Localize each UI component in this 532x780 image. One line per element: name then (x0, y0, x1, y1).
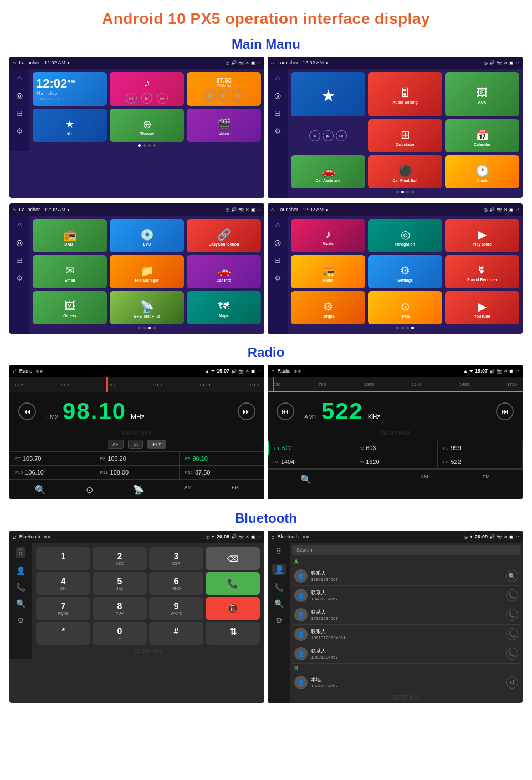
bt-nav-search[interactable]: 🔍 (16, 599, 25, 608)
key-5[interactable]: 5 JKL (93, 572, 147, 595)
key-6[interactable]: 6 MNO (149, 572, 203, 595)
nav-settings-1[interactable]: ⚙ (16, 126, 23, 135)
preset-p11[interactable]: P11 108.00 (94, 466, 179, 480)
contact-action-2[interactable]: 📞 (506, 589, 518, 601)
key-2[interactable]: 2 ABC (93, 547, 147, 570)
contact-action-1[interactable]: 🔍 (506, 570, 518, 582)
car-assistant-tile[interactable]: 🚗 Car Assistant (291, 155, 365, 188)
preset-p3[interactable]: P3 999 (438, 441, 523, 455)
contacts-search-bar[interactable]: Search (292, 545, 520, 555)
nav-eq-2[interactable]: ⊟ (274, 109, 281, 118)
mc-next[interactable]: ⏭ (336, 130, 347, 141)
preset-p2[interactable]: P2 603 (352, 441, 437, 455)
radio-next[interactable]: ⏭ (232, 90, 243, 101)
bt-nav-search-2[interactable]: 🔍 (274, 599, 284, 608)
home-icon-4[interactable]: ⌂ (271, 207, 274, 212)
home-icon-3[interactable]: ⌂ (13, 207, 16, 212)
pty-btn[interactable]: PTY (147, 440, 166, 449)
bt-nav-settings[interactable]: ⚙ (17, 616, 24, 625)
r-home-am[interactable]: ⌂ (271, 368, 275, 374)
key-hash[interactable]: # (149, 622, 203, 645)
aux-tile[interactable]: 🖼 AUX (445, 72, 519, 116)
radio-app-tile[interactable]: 87.50 FM/MHz ⏮ ▶ ⏭ (187, 72, 261, 106)
email-tile[interactable]: ✉ Email (33, 255, 107, 288)
key-call[interactable]: 📞 (206, 572, 260, 595)
scan-btn-fm[interactable]: 📡 (133, 485, 144, 495)
bt-nav-recent[interactable]: 📞 (16, 583, 25, 592)
prev-btn[interactable]: ⏮ (126, 93, 137, 104)
nav-loc-4[interactable]: ◎ (274, 238, 281, 247)
nav-home-4[interactable]: ⌂ (275, 220, 280, 229)
bt-nav-contacts[interactable]: 👤 (16, 566, 25, 575)
dvd-tile[interactable]: 💿 DVD (110, 219, 184, 252)
music-tile[interactable]: ♪ Music (291, 219, 365, 252)
af-btn[interactable]: AF (108, 440, 123, 449)
easy-tile[interactable]: 🔗 EasyConnection (187, 219, 261, 252)
gallery-tile[interactable]: 🖼 Gallery (33, 291, 107, 324)
radio-next-btn-fm[interactable]: ⏭ (238, 402, 255, 420)
gps-tile[interactable]: 📡 GPS Test Plus (110, 291, 184, 324)
next2-btn[interactable]: ⏭ (157, 93, 168, 104)
link-btn-fm[interactable]: ⊙ (86, 485, 93, 495)
bt-nav-dialpad[interactable]: ⠿ (16, 547, 25, 558)
radio-p[interactable]: ▶ (218, 90, 229, 101)
preset-p10[interactable]: P10 106.10 (9, 466, 94, 480)
nav-home-1[interactable]: ⌂ (17, 73, 22, 82)
key-del[interactable]: ⌫ (206, 547, 260, 570)
radio4-tile[interactable]: 📻 Radio (291, 255, 365, 288)
key-9[interactable]: 9 WXYZ (149, 597, 203, 620)
settings-tile[interactable]: ⚙ Settings (368, 255, 442, 288)
bt-home-1[interactable]: ⌂ (13, 533, 17, 540)
nav-set-4[interactable]: ⚙ (274, 273, 282, 282)
preset-p8[interactable]: P8 106.20 (94, 452, 179, 466)
mc-p[interactable]: ▶ (323, 130, 334, 141)
calendar-tile[interactable]: 📅 Calendar (445, 119, 519, 152)
youtube-tile[interactable]: ▶ YouTube (445, 291, 519, 324)
clock-tile-2[interactable]: 🕐 Clock (445, 155, 519, 188)
preset-p4[interactable]: P4 1404 (268, 455, 352, 469)
next-btn[interactable]: ▶ (141, 93, 152, 104)
key-4[interactable]: 4 GHI (36, 572, 90, 595)
carinfo-tile[interactable]: 🚗 Car Info (187, 255, 261, 288)
radio-prev-btn-fm[interactable]: ⏮ (18, 402, 36, 420)
radio-prev[interactable]: ⏮ (205, 90, 216, 101)
contact-action-4[interactable]: 📞 (506, 628, 518, 640)
chrome-app-tile[interactable]: ⊕ Chrome (110, 109, 184, 142)
nav-eq-3[interactable]: ⊟ (16, 256, 23, 264)
maps-tile[interactable]: 🗺 Maps (187, 291, 261, 324)
nav-tile[interactable]: ◎ Navigation (368, 219, 442, 252)
nav-set-3[interactable]: ⚙ (16, 273, 23, 282)
bt-app-tile[interactable]: ★ BT (33, 109, 107, 142)
key-extra[interactable]: ⇅ (206, 622, 260, 645)
bt-nav-dialpad-2[interactable]: ⠿ (276, 547, 282, 556)
video-app-tile[interactable]: 🎬 Video (187, 109, 261, 142)
mc-prev[interactable]: ⏮ (309, 130, 320, 141)
nav-eq-1[interactable]: ⊟ (16, 109, 23, 118)
bt-big-tile[interactable]: ★ (291, 72, 365, 116)
preset-p12[interactable]: P12 87.50 (180, 466, 264, 480)
audio-setting-tile[interactable]: 🎛 Audio Setting (368, 72, 442, 116)
clock-tile[interactable]: 12:02AM Thursday 2016-08-18 (33, 72, 107, 106)
key-0[interactable]: 0 + (93, 622, 147, 645)
bt-nav-settings-2[interactable]: ⚙ (275, 616, 283, 625)
dab-tile[interactable]: 📻 DAB+ (33, 219, 107, 252)
key-3[interactable]: 3 DEF (149, 547, 203, 570)
search-btn-fm[interactable]: 🔍 (35, 485, 46, 495)
nav-eq-4[interactable]: ⊟ (274, 256, 281, 264)
file-tile[interactable]: 📁 File Manager (110, 255, 184, 288)
bt-home-2[interactable]: ⌂ (271, 533, 275, 540)
preset-p6[interactable]: P6 522 (438, 455, 523, 469)
home-icon[interactable]: ⌂ (13, 60, 16, 65)
nav-loc-3[interactable]: ◎ (16, 238, 23, 247)
recorder-tile[interactable]: 🎙 Sound Recorder (445, 255, 519, 288)
key-star[interactable]: * (36, 622, 90, 645)
key-8[interactable]: 8 TUV (93, 597, 147, 620)
key-end[interactable]: 📵 (206, 597, 260, 620)
r-home-fm[interactable]: ⌂ (13, 368, 17, 374)
car-float-tile[interactable]: ⚫ Car Float Ball (368, 155, 442, 188)
am-btn-fm[interactable]: AM (184, 485, 192, 495)
radio-prev-btn-am[interactable]: ⏮ (277, 402, 294, 420)
nav-set-2[interactable]: ⚙ (274, 126, 282, 135)
preset-p7[interactable]: P7 105.70 (9, 452, 94, 466)
am-footer-btn[interactable]: AM (421, 474, 428, 485)
